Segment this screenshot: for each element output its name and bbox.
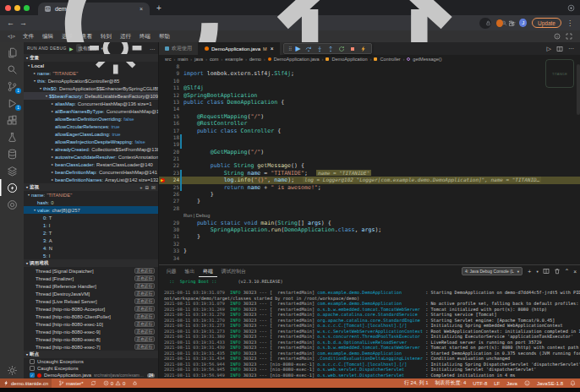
gutter[interactable]	[159, 120, 166, 127]
variable-row[interactable]: ▾Local	[24, 62, 158, 69]
variable-row[interactable]: ▸autowireCandidateResolver:ContextAnnota…	[24, 153, 158, 161]
language-indicator[interactable]: Java	[506, 381, 517, 386]
code-line[interactable]: 27 }	[159, 198, 580, 204]
activity-item-files[interactable]	[0, 44, 24, 61]
bell-icon[interactable]	[570, 380, 576, 386]
bug-icon[interactable]	[132, 380, 138, 386]
thread-row[interactable]: Thread [Signal Dispatcher]正在运行	[24, 267, 158, 275]
editor-more-icon[interactable]: ⋯	[568, 46, 574, 52]
extensions-puzzle-icon[interactable]	[508, 19, 515, 27]
close-panel-icon[interactable]: ×	[573, 269, 577, 275]
menu-item[interactable]: 终端	[135, 33, 155, 39]
gutter[interactable]	[159, 205, 166, 212]
callstack-section-header[interactable]: ▾ 调用堆栈	[24, 259, 158, 267]
breakpoint-checkbox[interactable]	[30, 366, 35, 371]
open-external-icon[interactable]	[566, 33, 572, 40]
menu-item[interactable]: 帮助	[155, 33, 174, 39]
menu-item[interactable]: 文件	[19, 33, 38, 39]
code-line[interactable]: 13public class DemoApplication {	[159, 99, 580, 106]
thread-row[interactable]: Thread [http-nio-8080-ClientPoller]正在运行	[24, 313, 158, 320]
code-line[interactable]: 10	[159, 78, 580, 84]
editor-tab[interactable]: DemoApplication.javaM×	[199, 42, 280, 55]
hot-code-replace-icon[interactable]	[360, 46, 367, 52]
variable-row[interactable]: allowEagerClassLoading:true	[24, 130, 158, 138]
split-editor-icon[interactable]	[556, 46, 563, 52]
variable-row[interactable]: ▸beanClassLoader:RestartClassLoader@140	[24, 161, 158, 168]
step-over-icon[interactable]	[305, 46, 312, 52]
variables-section-header[interactable]: ▾ 变量	[24, 54, 158, 62]
gutter[interactable]	[159, 191, 166, 198]
gutter[interactable]	[159, 63, 166, 70]
eol-indicator[interactable]: LF	[494, 381, 500, 386]
variable-row[interactable]: 4:N	[24, 244, 158, 252]
activity-item-settings-gear[interactable]	[0, 362, 24, 378]
thread-row[interactable]: Thread [http-nio-8080-exec-9]正在运行	[24, 328, 158, 335]
variable-row[interactable]: ▸name:"TITANIDE"	[24, 69, 158, 77]
code-line[interactable]: ▶24 log.info("{}", name);log = Logger@10…	[159, 177, 580, 183]
menu-item[interactable]: 运行	[116, 33, 135, 39]
back-icon[interactable]: ←	[7, 19, 14, 27]
gutter[interactable]	[159, 198, 166, 204]
gutter[interactable]	[159, 141, 166, 148]
variable-row[interactable]: ▾value:char[8]@257	[24, 206, 158, 214]
breakpoint-row[interactable]: Caught Exceptions	[24, 365, 158, 372]
code-line[interactable]: 25 return name + " is awesome!";	[159, 184, 580, 191]
browser-menu-icon[interactable]: ⋮	[566, 19, 573, 27]
menu-item[interactable]: 查看	[77, 33, 96, 39]
feedback-smiley-icon[interactable]	[524, 380, 530, 386]
breadcrumb-item[interactable]: main	[178, 57, 188, 62]
code-line[interactable]: 11@Slf4j	[159, 84, 580, 91]
update-button[interactable]: Update	[532, 18, 561, 28]
address-bar[interactable]: demo.titanide.cn/ide/web/coding/demo/my-…	[479, 18, 491, 29]
more-actions-icon[interactable]: ⋯	[150, 46, 155, 52]
gutter[interactable]	[159, 248, 166, 254]
gutter[interactable]	[159, 99, 166, 106]
code-line[interactable]: 29 public static void main(String[] args…	[159, 220, 580, 226]
extension-avatar-icon[interactable]	[496, 19, 503, 27]
start-debug-icon[interactable]: ▶	[69, 46, 74, 52]
breakpoint-row[interactable]: ✓DemoApplication.javasrc/main/java/com/e…	[24, 372, 158, 378]
breadcrumb-item[interactable]: java	[194, 57, 203, 62]
variable-row[interactable]: 0:T	[24, 214, 158, 221]
breadcrumb-item[interactable]: demo	[249, 57, 261, 62]
trash-icon[interactable]	[554, 268, 561, 275]
activity-item-flask[interactable]	[0, 128, 24, 145]
thread-row[interactable]: Thread [http-nio-8080-exec-7]正在运行	[24, 343, 158, 351]
activity-item-lightning[interactable]	[0, 179, 24, 196]
tab-size-indicator[interactable]: 制表符长度: 4	[435, 379, 467, 387]
menu-item[interactable]: 选择	[57, 33, 77, 39]
thread-row[interactable]: Thread [http-nio-8080-exec-10]正在运行	[24, 320, 158, 328]
code-line[interactable]: 22 public String getMessage() {	[159, 162, 580, 169]
panel-tab[interactable]: 调试控制台	[217, 265, 250, 277]
code-line[interactable]: 18	[159, 134, 580, 141]
breadcrumb-item[interactable]: DemoApplication.java	[274, 57, 320, 62]
thread-row[interactable]: Thread [http-nio-8080-Acceptor]正在运行	[24, 305, 158, 313]
code-line[interactable]: 30 SpringApplication.run(DemoApplication…	[159, 226, 580, 233]
maximize-panel-icon[interactable]: ⌃	[565, 268, 569, 275]
problems-item[interactable]: 0 0	[103, 380, 126, 386]
code-line[interactable]: 17 public class Controller {	[159, 128, 580, 134]
breadcrumb-item[interactable]: Controller	[380, 57, 400, 62]
step-out-icon[interactable]	[327, 46, 334, 52]
profile-avatar[interactable]: J	[519, 19, 527, 27]
editor-tab[interactable]: 欢迎使用	[159, 42, 199, 55]
code-line[interactable]: 26 }	[159, 191, 580, 198]
maximize-window-icon[interactable]	[24, 5, 30, 11]
code-line[interactable]: 28	[159, 205, 580, 212]
variable-row[interactable]: ▾name:"TITANIDE"	[24, 191, 158, 199]
gutter[interactable]: ▶	[159, 177, 166, 183]
activity-item-source-control[interactable]: 1	[0, 78, 24, 95]
window-controls[interactable]	[5, 5, 30, 11]
variable-row[interactable]: hash:0	[24, 199, 158, 206]
variable-row[interactable]: ▸beanDefinitionNames:ArrayList@142 size=…	[24, 176, 158, 183]
gutter[interactable]	[159, 92, 166, 99]
code-line[interactable]: 21	[159, 155, 580, 162]
gutter[interactable]	[159, 184, 166, 191]
gutter[interactable]	[159, 134, 166, 141]
encoding-indicator[interactable]: UTF-8	[473, 381, 487, 386]
gutter[interactable]	[159, 70, 166, 77]
variable-row[interactable]: ▸allBeanNamesByType:ConcurrentHashMap@13…	[24, 107, 158, 115]
cursor-position[interactable]: 行 24, 列 1	[404, 379, 429, 387]
thread-row[interactable]: Thread [DestroyJavaVM]正在运行	[24, 290, 158, 297]
code-line[interactable]: 32	[159, 241, 580, 248]
